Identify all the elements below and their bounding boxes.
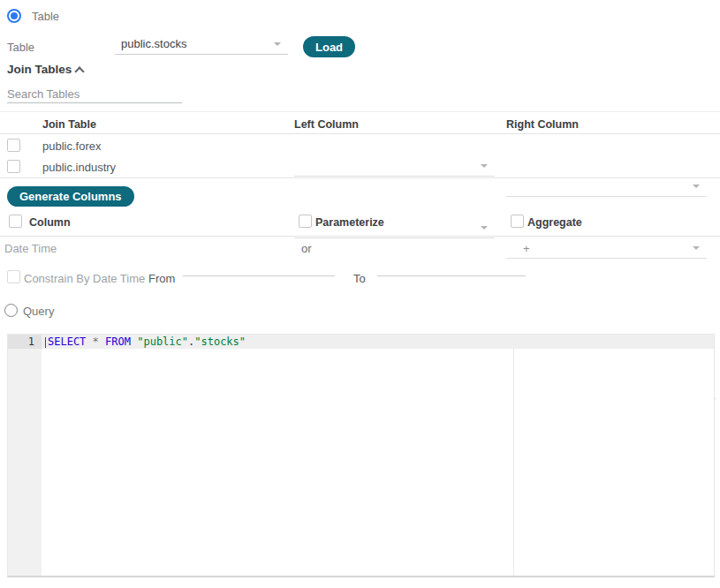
plus-label: +: [523, 242, 530, 255]
join-row-checkbox[interactable]: [7, 139, 20, 152]
right-column-select[interactable]: [506, 177, 707, 197]
load-button[interactable]: Load: [303, 36, 355, 57]
query-radio-label: Query: [23, 305, 54, 318]
chevron-down-icon: [481, 164, 488, 168]
table-select-value: public.stocks: [121, 37, 186, 50]
join-tables-title: Join Tables: [7, 63, 72, 76]
join-row-forex: public.forex: [0, 20, 720, 61]
table-select[interactable]: public.stocks: [115, 34, 288, 55]
join-row-checkbox[interactable]: [7, 160, 20, 173]
search-tables-input[interactable]: [7, 85, 182, 103]
chevron-down-icon: [274, 42, 281, 46]
join-table-header: Join Table: [42, 118, 96, 131]
join-row-table-name: public.industry: [42, 161, 116, 174]
left-column-select[interactable]: [294, 156, 495, 177]
print-margin-ruler: [513, 335, 514, 576]
chevron-down-icon: [693, 246, 700, 250]
join-header-divider: [0, 133, 720, 134]
column-header-label: Column: [29, 216, 71, 229]
join-row-table-name: public.forex: [42, 139, 101, 153]
join-table-top-border: [0, 111, 720, 112]
constrain-checkbox[interactable]: [7, 270, 20, 283]
aggregate-header-label: Aggregate: [527, 216, 582, 229]
right-column-header: Right Column: [506, 118, 579, 131]
table-radio[interactable]: [7, 9, 21, 23]
table-field-label: Table: [7, 41, 34, 54]
chevron-down-icon: [693, 185, 700, 188]
line-number: 1: [8, 335, 34, 349]
constrain-label: Constrain By Date Time: [24, 272, 145, 285]
chevron-down-icon: [481, 226, 488, 230]
to-label: To: [353, 272, 366, 285]
right-column-select[interactable]: [506, 238, 707, 259]
aggregate-all-checkbox[interactable]: [511, 215, 524, 228]
left-column-header: Left Column: [294, 118, 359, 131]
join-table-bottom-border: [0, 177, 720, 178]
text-cursor: [45, 337, 46, 348]
radio-dot: [11, 12, 18, 19]
to-input[interactable]: [377, 258, 526, 276]
column-select-all-checkbox[interactable]: [9, 215, 22, 228]
or-label: or: [301, 242, 312, 255]
parameterize-header-label: Parameterize: [315, 216, 384, 229]
columns-header-divider: [0, 236, 720, 237]
generate-columns-button[interactable]: Generate Columns: [7, 186, 134, 207]
parameterize-all-checkbox[interactable]: [299, 215, 312, 228]
table-radio-label: Table: [32, 10, 59, 23]
table-mode-row: Table: [7, 9, 59, 23]
query-radio[interactable]: [4, 304, 18, 317]
sql-editor[interactable]: 1 SELECT * FROM "public"."stocks": [7, 334, 715, 577]
from-input[interactable]: [183, 258, 335, 276]
code-line[interactable]: SELECT * FROM "public"."stocks": [45, 335, 714, 349]
datetime-row-label: Date Time: [4, 242, 57, 255]
from-label: From: [148, 272, 175, 285]
editor-gutter: [8, 335, 42, 576]
